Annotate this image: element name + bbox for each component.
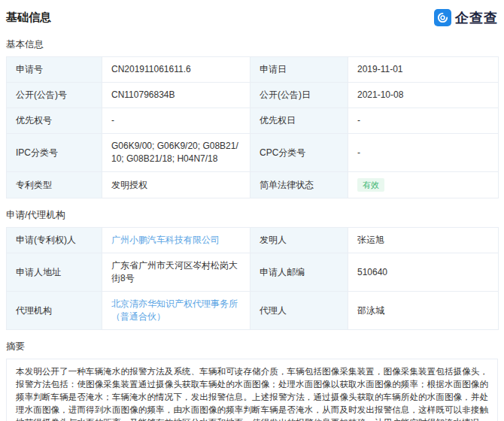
section-title-abstract: 摘要 (6, 341, 498, 353)
agency-value: 北京清亦华知识产权代理事务所（普通合伙） (102, 292, 250, 330)
applicant-zipcode-value: 510640 (348, 253, 499, 292)
agent-label: 代理人 (250, 292, 348, 330)
table-row: 公开(公告)号 CN110796834B 公开(公告)日 2021-10-08 (7, 83, 499, 108)
patent-basic-info-page: 基础信息 企查查 基本信息 申请号 CN201911061611.6 申请日 2… (0, 0, 504, 421)
table-row: 申请号 CN201911061611.6 申请日 2019-11-01 (7, 57, 499, 83)
application-date-label: 申请日 (250, 57, 348, 83)
publication-number-value: CN110796834B (102, 83, 250, 108)
agency-firm-link[interactable]: 北京清亦华知识产权代理事务所（普通合伙） (111, 298, 238, 322)
applicant-value: 广州小鹏汽车科技有限公司 (102, 228, 250, 253)
page-title: 基础信息 (6, 11, 51, 25)
page-header: 基础信息 企查查 (6, 8, 498, 28)
table-row: 优先权号 - 优先权日 - (7, 108, 499, 134)
priority-number-label: 优先权号 (7, 108, 102, 134)
table-row: IPC分类号 G06K9/00; G06K9/20; G08B21/10; G0… (7, 134, 499, 172)
priority-date-label: 优先权日 (250, 108, 348, 134)
publication-date-value: 2021-10-08 (348, 83, 499, 108)
qichacha-logo-text: 企查查 (455, 9, 498, 27)
patent-type-value: 发明授权 (102, 172, 250, 198)
priority-number-value: - (102, 108, 250, 134)
legal-status-label: 简单法律状态 (250, 172, 348, 198)
application-number-label: 申请号 (7, 57, 102, 83)
application-date-value: 2019-11-01 (348, 57, 499, 83)
inventor-value: 张运旭 (348, 228, 499, 253)
legal-status-value: 有效 (348, 172, 499, 198)
patent-type-label: 专利类型 (7, 172, 102, 198)
ipc-class-value: G06K9/00; G06K9/20; G08B21/10; G08B21/18… (102, 134, 250, 172)
ipc-class-label: IPC分类号 (7, 134, 102, 172)
inventor-label: 发明人 (250, 228, 348, 253)
abstract-text: 本发明公开了一种车辆淹水的报警方法及系统、车辆和可读存储介质，车辆包括图像采集装… (6, 359, 498, 421)
cpc-class-value: - (348, 134, 499, 172)
applicant-address-label: 申请人地址 (7, 253, 102, 292)
agency-info-table: 申请(专利权)人 广州小鹏汽车科技有限公司 发明人 张运旭 申请人地址 广东省广… (6, 227, 499, 330)
qichacha-logo[interactable]: 企查查 (434, 9, 498, 27)
status-badge: 有效 (357, 178, 384, 192)
agency-label: 代理机构 (7, 292, 102, 330)
agent-value: 邵泳城 (348, 292, 499, 330)
table-row: 申请人地址 广东省广州市天河区岑村松岗大街8号 申请人邮编 510640 (7, 253, 499, 292)
applicant-address-value: 广东省广州市天河区岑村松岗大街8号 (102, 253, 250, 292)
table-row: 专利类型 发明授权 简单法律状态 有效 (7, 172, 499, 198)
cpc-class-label: CPC分类号 (250, 134, 348, 172)
applicant-label: 申请(专利权)人 (7, 228, 102, 253)
table-row: 申请(专利权)人 广州小鹏汽车科技有限公司 发明人 张运旭 (7, 228, 499, 253)
qichacha-logo-icon (434, 9, 451, 26)
basic-info-table: 申请号 CN201911061611.6 申请日 2019-11-01 公开(公… (6, 56, 499, 198)
publication-number-label: 公开(公告)号 (7, 83, 102, 108)
applicant-zipcode-label: 申请人邮编 (250, 253, 348, 292)
table-row: 代理机构 北京清亦华知识产权代理事务所（普通合伙） 代理人 邵泳城 (7, 292, 499, 330)
section-title-agency: 申请/代理机构 (6, 209, 498, 222)
publication-date-label: 公开(公告)日 (250, 83, 348, 108)
priority-date-value: - (348, 108, 499, 134)
section-title-basic-info: 基本信息 (6, 38, 498, 51)
application-number-value: CN201911061611.6 (102, 57, 250, 83)
applicant-company-link[interactable]: 广州小鹏汽车科技有限公司 (111, 235, 220, 245)
